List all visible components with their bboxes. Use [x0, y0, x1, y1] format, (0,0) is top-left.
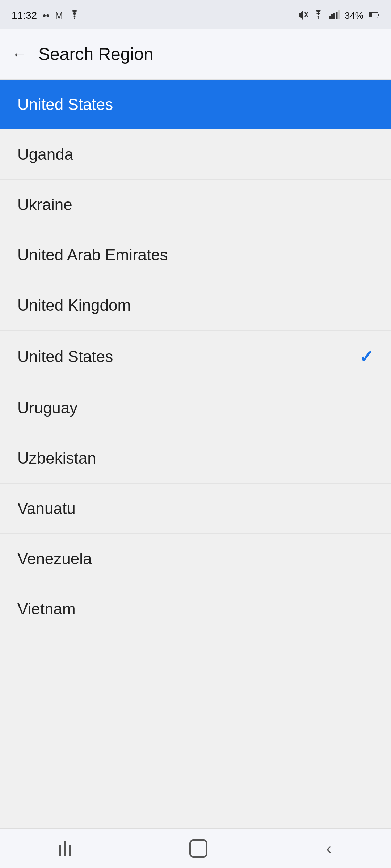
- status-left: 11:32 •• M: [12, 10, 80, 22]
- battery-icon: [369, 10, 379, 21]
- mute-icon: [298, 9, 308, 22]
- svg-rect-6: [333, 13, 335, 19]
- back-button[interactable]: ←: [12, 46, 27, 63]
- back-nav-button[interactable]: ‹: [326, 839, 332, 858]
- list-item-label: Vanuatu: [17, 499, 76, 518]
- list-item[interactable]: Vanuatu: [0, 484, 391, 534]
- wifi-status-icon: [313, 10, 324, 21]
- list-item[interactable]: United Arab Emirates: [0, 230, 391, 280]
- list-item[interactable]: Uganda: [0, 129, 391, 180]
- list-item[interactable]: United States✓: [0, 331, 391, 383]
- list-item[interactable]: Venezuela: [0, 534, 391, 584]
- home-button[interactable]: [189, 839, 207, 858]
- list-item-label: United Kingdom: [17, 296, 131, 314]
- nav-bar: ‹: [0, 828, 391, 868]
- svg-point-3: [318, 17, 319, 19]
- svg-rect-10: [378, 14, 379, 16]
- signal-icon: [329, 10, 340, 21]
- status-time: 11:32: [12, 10, 37, 21]
- svg-rect-4: [329, 16, 331, 19]
- status-bar: 11:32 •• M: [0, 0, 391, 29]
- svg-rect-11: [369, 13, 372, 17]
- page-title: Search Region: [38, 44, 154, 64]
- svg-rect-7: [336, 12, 337, 19]
- list-item-label: Ukraine: [17, 196, 72, 214]
- recent-apps-button[interactable]: [59, 841, 71, 856]
- list-item-label: Uzbekistan: [17, 449, 96, 467]
- region-list: UgandaUkraineUnited Arab EmiratesUnited …: [0, 129, 391, 634]
- list-item-label: United States: [17, 348, 113, 366]
- svg-rect-5: [331, 14, 333, 19]
- list-item-label: Vietnam: [17, 600, 76, 618]
- list-item-label: Venezuela: [17, 550, 92, 568]
- list-item-label: United Arab Emirates: [17, 246, 168, 264]
- header: ← Search Region: [0, 29, 391, 80]
- list-item-label: Uruguay: [17, 399, 77, 417]
- svg-point-0: [74, 18, 75, 19]
- gmail-icon: M: [55, 10, 63, 21]
- wifi-icon: [69, 10, 80, 22]
- status-right: 34%: [298, 9, 379, 22]
- svg-rect-8: [338, 10, 340, 19]
- selected-region-text: United States: [17, 95, 113, 114]
- battery-text: 34%: [345, 10, 363, 21]
- selected-region-banner[interactable]: United States: [0, 80, 391, 129]
- list-item[interactable]: Uzbekistan: [0, 433, 391, 484]
- list-item-label: Uganda: [17, 145, 73, 163]
- list-item[interactable]: Uruguay: [0, 383, 391, 433]
- list-item[interactable]: Vietnam: [0, 584, 391, 634]
- list-item[interactable]: United Kingdom: [0, 280, 391, 331]
- dots-icon: ••: [43, 10, 49, 21]
- list-item[interactable]: Ukraine: [0, 180, 391, 230]
- checkmark-icon: ✓: [359, 346, 374, 367]
